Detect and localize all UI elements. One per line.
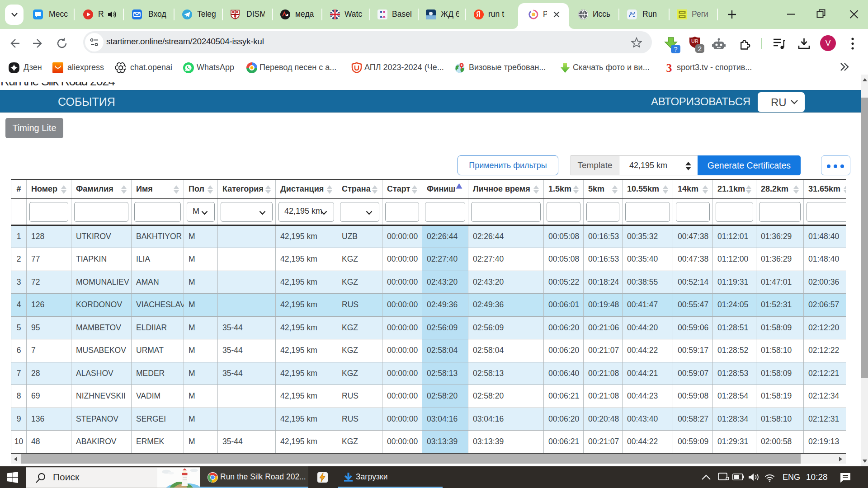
svg-text:UR: UR [691, 38, 698, 44]
svg-text:3: 3 [666, 62, 672, 73]
svg-text:?: ? [674, 45, 677, 53]
svg-text:2: 2 [698, 45, 702, 52]
